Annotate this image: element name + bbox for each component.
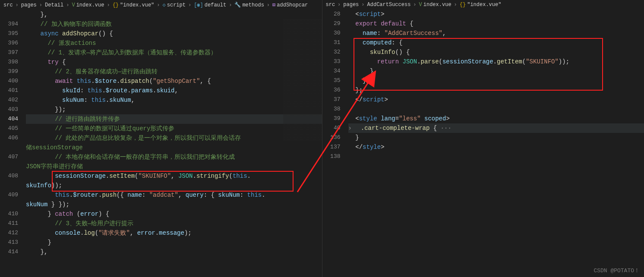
line-gutter-left: 394 395 396 397 398 399 400 401 402 403 … [0,10,26,277]
code-editor-right[interactable]: 28 29 30 31 32 33 34 35 36 37 38 39 40 1… [322,9,644,277]
watermark-text: CSDN @POTATO！ [593,267,640,274]
editor-pane-right: src› pages› AddCartSuccess› V index.vue›… [322,0,644,277]
breadcrumb-right[interactable]: src› pages› AddCartSuccess› V index.vue›… [322,0,644,9]
code-content-left[interactable]: }, // 加入购物车的回调函数 async addShopcar() { //… [26,10,322,277]
vue-icon: V [419,2,422,8]
script-icon: ◇ [163,2,166,8]
code-editor-left[interactable]: 394 395 396 397 398 399 400 401 402 403 … [0,10,322,277]
minimap-left[interactable] [283,19,322,140]
code-content-right[interactable]: <script> export default { name: "AddCart… [348,9,644,277]
fold-icon[interactable]: › [348,125,354,132]
methods-icon: 🔧 [234,2,241,8]
line-gutter-right: 28 29 30 31 32 33 34 35 36 37 38 39 40 1… [322,9,348,277]
export-icon: [◉] [194,2,203,8]
object-icon: {} [113,2,119,8]
method-icon: ⊞ [272,2,275,8]
breadcrumb-left[interactable]: src› pages› Detail› V index.vue› {} "ind… [0,0,322,10]
object-icon: {} [460,2,466,8]
vue-icon: V [72,2,75,8]
editor-pane-left: src› pages› Detail› V index.vue› {} "ind… [0,0,322,277]
